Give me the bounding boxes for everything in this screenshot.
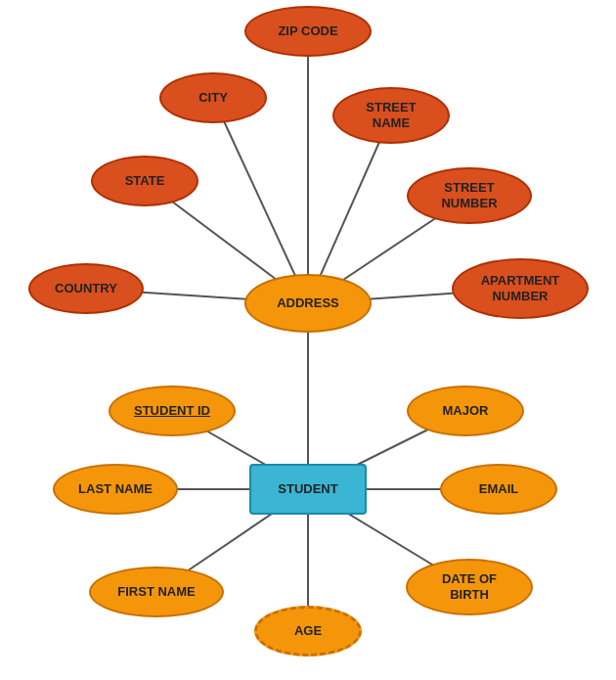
node-address: ADDRESS xyxy=(244,274,372,333)
node-major: MAJOR xyxy=(407,385,524,436)
node-apartment_number: APARTMENTNUMBER xyxy=(452,258,589,319)
er-diagram: ZIP CODECITYSTREETNAMESTATESTREETNUMBERC… xyxy=(0,0,616,680)
node-state: STATE xyxy=(91,156,198,206)
node-country: COUNTRY xyxy=(28,263,144,314)
node-age: AGE xyxy=(254,606,362,657)
node-zip_code: ZIP CODE xyxy=(244,6,372,57)
node-email: EMAIL xyxy=(440,464,557,515)
node-street_name: STREETNAME xyxy=(332,87,450,144)
node-last_name: LAST NAME xyxy=(53,464,178,515)
node-street_number: STREETNUMBER xyxy=(407,167,532,224)
node-student: STUDENT xyxy=(249,464,367,515)
node-city: CITY xyxy=(159,72,267,123)
svg-line-1 xyxy=(213,98,308,303)
node-first_name: FIRST NAME xyxy=(89,567,224,617)
node-student_id: STUDENT ID xyxy=(109,385,236,436)
node-date_of_birth: DATE OFBIRTH xyxy=(406,559,533,615)
